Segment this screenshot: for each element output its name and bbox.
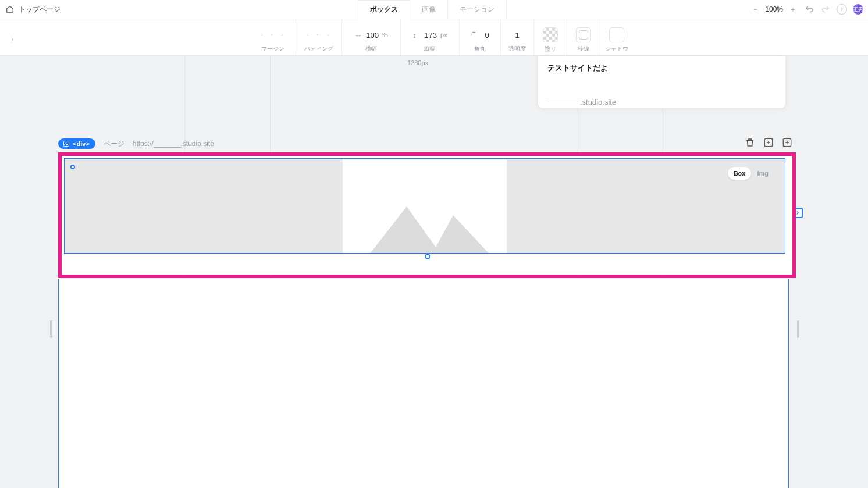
add-before-button[interactable] xyxy=(763,137,774,148)
zoom-control: − 100% ＋ xyxy=(750,4,798,15)
corner-value[interactable]: 0 xyxy=(485,31,489,40)
top-right-controls: − 100% ＋ + 正男 xyxy=(750,4,863,15)
mountain-icon xyxy=(366,189,494,253)
height-label: 縦幅 xyxy=(424,45,436,53)
prop-border[interactable]: 枠線 xyxy=(567,19,600,56)
toggle-box[interactable]: Box xyxy=(728,167,752,180)
shadow-swatch[interactable] xyxy=(609,27,624,42)
redo-button[interactable] xyxy=(820,4,831,15)
page-body[interactable] xyxy=(58,279,789,488)
opacity-label: 透明度 xyxy=(508,45,526,53)
prop-corner[interactable]: 0 角丸 xyxy=(459,19,500,56)
side-marker-right[interactable] xyxy=(797,320,799,338)
width-label: 横幅 xyxy=(365,45,377,53)
page-url: https://_______.studio.site xyxy=(133,140,214,148)
zoom-out-button[interactable]: − xyxy=(750,4,760,15)
zoom-in-button[interactable]: ＋ xyxy=(788,4,798,15)
height-icon: ↕ xyxy=(412,31,421,40)
selection-tag-text: <div> xyxy=(73,140,90,147)
tab-box[interactable]: ボックス xyxy=(358,0,410,20)
selection-actions xyxy=(745,137,792,148)
site-info-card: テストサイトだよ .studio.site xyxy=(538,56,785,108)
padding-label: パディング xyxy=(304,45,333,53)
box-img-toggle[interactable]: Box Img xyxy=(728,167,774,180)
undo-button[interactable] xyxy=(804,4,814,15)
width-icon: ↔ xyxy=(354,31,362,40)
delete-button[interactable] xyxy=(745,137,755,148)
padding-value: - ・ - xyxy=(307,30,331,40)
svg-rect-0 xyxy=(64,141,69,147)
breadcrumb-expand-icon[interactable]: 〉 xyxy=(10,35,17,44)
margin-value: - ・ - xyxy=(261,30,285,40)
corner-icon xyxy=(471,31,479,39)
page-title-text: トップページ xyxy=(19,5,61,15)
width-value[interactable]: 100 xyxy=(366,31,379,40)
prop-shadow[interactable]: シャドウ xyxy=(600,19,633,56)
prop-margin[interactable]: - ・ - マージン xyxy=(250,19,296,56)
top-bar: トップページ ボックス 画像 モーション − 100% ＋ + 正男 xyxy=(0,0,868,19)
page-label-suffix: ページ xyxy=(104,139,124,149)
resize-handle-bottom[interactable] xyxy=(425,254,430,259)
height-unit[interactable]: px xyxy=(440,31,447,38)
prop-width[interactable]: ↔ 100 % 横幅 xyxy=(341,19,400,56)
toggle-img[interactable]: Img xyxy=(751,167,774,180)
origin-handle[interactable] xyxy=(70,165,75,169)
selection-label-row: <div> ページ https://_______.studio.site xyxy=(58,138,214,149)
fill-label: 塗り xyxy=(545,45,556,53)
prop-fill[interactable]: 塗り xyxy=(533,19,567,56)
site-title: テストサイトだよ xyxy=(547,63,776,73)
width-unit[interactable]: % xyxy=(382,31,388,38)
margin-label: マージン xyxy=(261,45,284,53)
selection-tag[interactable]: <div> xyxy=(58,138,95,149)
add-collaborator-button[interactable]: + xyxy=(837,4,847,15)
prop-padding[interactable]: - ・ - パディング xyxy=(296,19,341,56)
border-swatch[interactable] xyxy=(576,27,591,42)
corner-label: 角丸 xyxy=(474,45,486,53)
ruler-width-label: 1280px xyxy=(407,59,428,66)
canvas[interactable]: 1280px テストサイトだよ .studio.site <div> ページ h… xyxy=(0,56,868,488)
side-marker-left[interactable] xyxy=(50,320,52,338)
avatar[interactable]: 正男 xyxy=(853,4,863,15)
tab-image[interactable]: 画像 xyxy=(410,0,448,19)
prop-height[interactable]: ↕ 173 px 縦幅 xyxy=(400,19,459,56)
height-value[interactable]: 173 xyxy=(424,31,437,40)
zoom-value[interactable]: 100% xyxy=(765,5,783,13)
opacity-value[interactable]: 1 xyxy=(515,31,519,40)
add-after-button[interactable] xyxy=(782,137,792,148)
page-title: トップページ xyxy=(0,5,61,15)
selected-element[interactable]: Box Img xyxy=(64,158,785,254)
highlighted-selection[interactable]: Box Img xyxy=(58,152,796,278)
mode-tabs: ボックス 画像 モーション xyxy=(358,0,507,19)
border-label: 枠線 xyxy=(578,45,589,53)
prop-opacity[interactable]: 1 透明度 xyxy=(500,19,533,56)
site-url[interactable]: .studio.site xyxy=(547,98,776,106)
image-placeholder-center xyxy=(343,159,507,253)
home-icon xyxy=(6,5,14,13)
image-icon xyxy=(63,140,70,147)
image-placeholder-left xyxy=(65,159,343,253)
shadow-label: シャドウ xyxy=(605,45,628,53)
fill-swatch[interactable] xyxy=(543,27,558,42)
tab-motion[interactable]: モーション xyxy=(448,0,507,19)
property-bar: 〉 - ・ - マージン - ・ - パディング ↔ 100 % 横幅 ↕ 17… xyxy=(0,19,868,56)
